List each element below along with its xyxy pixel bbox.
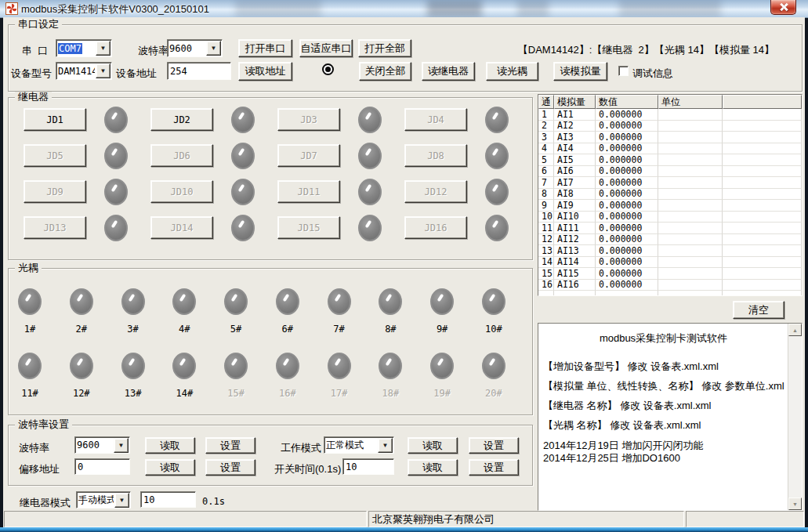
column-header[interactable]: 通 bbox=[538, 95, 554, 109]
table-row[interactable]: 16 AI16 0.000000 bbox=[538, 280, 802, 291]
column-header[interactable]: 模拟量 bbox=[554, 95, 596, 109]
cell-channel: 4 bbox=[538, 143, 554, 155]
table-row[interactable] bbox=[538, 291, 802, 296]
switch-set-button[interactable]: 设置 bbox=[469, 459, 519, 476]
chevron-down-icon[interactable]: ▼ bbox=[378, 438, 393, 453]
table-row[interactable]: 13 AI13 0.000000 bbox=[538, 245, 802, 257]
table-row[interactable]: 5 AI5 0.000000 bbox=[538, 154, 802, 166]
table-row[interactable]: 12 AI12 0.000000 bbox=[538, 234, 802, 246]
offset-set-button[interactable]: 设置 bbox=[205, 459, 255, 476]
opto-cell: 19# bbox=[426, 353, 458, 399]
relay-mode-combobox[interactable]: 手动模式 ▼ bbox=[76, 491, 131, 508]
relay-knob-icon bbox=[358, 215, 382, 241]
info-scrollbar[interactable]: ▲ ▼ bbox=[788, 324, 802, 510]
clear-button[interactable]: 清空 bbox=[733, 301, 784, 319]
cell-value: 0.000000 bbox=[596, 223, 658, 234]
port-combobox[interactable]: COM7 ▼ bbox=[56, 39, 112, 57]
switch-time-label: 开关时间(0.1s) bbox=[274, 462, 341, 476]
relay-button[interactable]: JD14 bbox=[150, 216, 213, 239]
relay-button[interactable]: JD4 bbox=[404, 108, 467, 131]
opto-led-icon bbox=[172, 353, 196, 379]
relay-button[interactable]: JD10 bbox=[150, 180, 213, 203]
table-row[interactable]: 15 AI15 0.000000 bbox=[538, 268, 802, 280]
baud-read-button[interactable]: 读取 bbox=[145, 437, 195, 454]
column-header[interactable]: 数值 bbox=[596, 95, 658, 109]
close-button[interactable] bbox=[770, 0, 796, 15]
relay-button[interactable]: JD11 bbox=[277, 180, 340, 203]
offset-input[interactable]: 0 bbox=[74, 458, 130, 475]
workmode-read-button[interactable]: 读取 bbox=[408, 437, 458, 454]
read-analog-button[interactable]: 读模拟量 bbox=[553, 62, 607, 81]
table-row[interactable]: 9 AI9 0.000000 bbox=[538, 200, 802, 212]
relay-button[interactable]: JD9 bbox=[24, 180, 86, 203]
relay-button[interactable]: JD7 bbox=[277, 144, 340, 167]
open-all-button[interactable]: 打开全部 bbox=[358, 39, 411, 57]
status-cell-right bbox=[686, 511, 804, 527]
switch-read-button[interactable]: 读取 bbox=[408, 459, 458, 476]
chevron-down-icon[interactable]: ▼ bbox=[96, 63, 111, 78]
table-row[interactable]: 11 AI11 0.000000 bbox=[538, 223, 802, 234]
baud-combobox[interactable]: 9600 ▼ bbox=[167, 39, 223, 57]
read-address-button[interactable]: 读取地址 bbox=[238, 62, 292, 81]
relay-button[interactable]: JD3 bbox=[277, 108, 340, 131]
scroll-down-icon[interactable]: ▼ bbox=[788, 498, 802, 510]
chevron-down-icon[interactable]: ▼ bbox=[206, 41, 221, 56]
table-row[interactable]: 7 AI7 0.000000 bbox=[538, 177, 802, 189]
opto-cell: 13# bbox=[118, 353, 149, 399]
table-row[interactable]: 1 AI1 0.000000 bbox=[538, 109, 802, 121]
cell-value: 0.000000 bbox=[596, 143, 658, 155]
baud-set-button[interactable]: 设置 bbox=[205, 437, 255, 454]
relay-button[interactable]: JD16 bbox=[404, 216, 467, 239]
opto-cell: 8# bbox=[375, 288, 406, 335]
opto-cell: 14# bbox=[168, 353, 200, 399]
table-row[interactable]: 3 AI3 0.000000 bbox=[538, 132, 802, 143]
device-address-input[interactable]: 254 bbox=[167, 62, 231, 80]
cell-channel: 1 bbox=[538, 109, 554, 121]
workmode-set-button[interactable]: 设置 bbox=[469, 437, 519, 454]
switch-time-input[interactable]: 10 bbox=[342, 458, 394, 475]
table-row[interactable]: 8 AI8 0.000000 bbox=[538, 189, 802, 201]
relay-button[interactable]: JD12 bbox=[404, 180, 467, 203]
read-opto-button[interactable]: 读光耦 bbox=[486, 62, 538, 81]
table-row[interactable]: 14 AI14 0.000000 bbox=[538, 257, 802, 269]
baud2-label: 波特率 bbox=[19, 441, 49, 455]
model-combobox[interactable]: DAM14142 ▼ bbox=[56, 62, 112, 80]
relay-button[interactable]: JD1 bbox=[24, 108, 86, 131]
table-row[interactable]: 6 AI6 0.000000 bbox=[538, 166, 802, 178]
debug-checkbox[interactable] bbox=[618, 66, 629, 76]
offset-read-button[interactable]: 读取 bbox=[145, 459, 195, 476]
scroll-up-icon[interactable]: ▲ bbox=[788, 324, 802, 336]
relay-button[interactable]: JD13 bbox=[24, 216, 86, 239]
cell-value: 0.000000 bbox=[596, 257, 658, 269]
chevron-down-icon[interactable]: ▼ bbox=[114, 493, 129, 508]
table-row[interactable]: 10 AI10 0.000000 bbox=[538, 212, 802, 223]
relay-cell: JD4 bbox=[398, 108, 525, 144]
open-serial-button[interactable]: 打开串口 bbox=[238, 39, 292, 57]
adaptive-serial-button[interactable]: 自适应串口 bbox=[299, 39, 353, 57]
cell-unit bbox=[658, 121, 723, 132]
relay-button[interactable]: JD8 bbox=[404, 144, 467, 167]
column-header[interactable] bbox=[723, 95, 802, 109]
close-all-button[interactable]: 关闭全部 bbox=[359, 62, 411, 81]
relay-button[interactable]: JD5 bbox=[24, 144, 86, 167]
column-header[interactable]: 单位 bbox=[658, 95, 723, 109]
relay-mode-time-input[interactable]: 10 bbox=[140, 491, 196, 508]
relay-mode-label: 继电器模式 bbox=[20, 496, 71, 510]
app-logo-icon bbox=[5, 2, 18, 15]
cell-unit bbox=[658, 257, 723, 269]
table-row[interactable]: 2 AI2 0.000000 bbox=[538, 121, 802, 132]
cell-value: 0.000000 bbox=[596, 245, 658, 257]
relay-button[interactable]: JD15 bbox=[277, 216, 340, 239]
chevron-down-icon[interactable]: ▼ bbox=[114, 438, 129, 453]
cell-unit bbox=[658, 280, 723, 291]
table-row[interactable]: 4 AI4 0.000000 bbox=[538, 143, 802, 155]
relay-button[interactable]: JD6 bbox=[150, 144, 213, 167]
relay-button[interactable]: JD2 bbox=[150, 108, 213, 131]
baud2-combobox[interactable]: 9600 ▼ bbox=[74, 436, 130, 454]
cell-name: AI10 bbox=[554, 212, 596, 223]
read-relay-button[interactable]: 读继电器 bbox=[422, 62, 475, 81]
chevron-down-icon[interactable]: ▼ bbox=[96, 41, 111, 56]
workmode-combobox[interactable]: 正常模式 ▼ bbox=[324, 436, 394, 454]
info-date-lines: 2014年12月19日 增加闪开闪闭功能2014年12月25日 增加DO1600 bbox=[543, 440, 784, 465]
cell-name: AI4 bbox=[554, 143, 596, 155]
